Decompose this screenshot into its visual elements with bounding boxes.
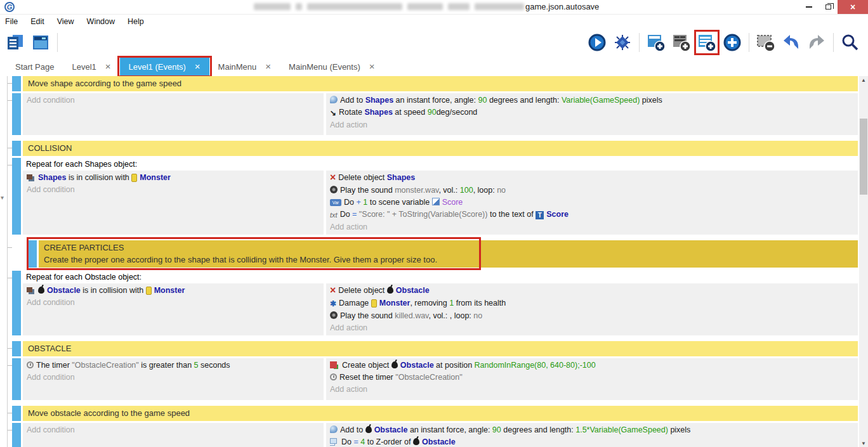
event-handle-bar[interactable]: [12, 358, 21, 400]
condition-line[interactable]: Add condition: [27, 297, 320, 309]
text-object-icon: [536, 211, 544, 219]
event-comment-row[interactable]: CREATE PARTICLESCreate the proper one ac…: [0, 240, 858, 268]
condition-line[interactable]: The timer "ObstacleCreation" is greater …: [27, 360, 320, 372]
tab-mainmenu[interactable]: MainMenu ×: [209, 57, 280, 76]
actions-column[interactable]: Delete object ObstacleDamage Monster, re…: [326, 283, 858, 335]
tab-level1[interactable]: Level1 ×: [63, 57, 119, 76]
conditions-column[interactable]: Add condition: [23, 423, 324, 447]
action-line[interactable]: Add to Obstacle an instant force, angle:…: [330, 424, 854, 436]
search-button[interactable]: [839, 30, 862, 55]
vertical-scrollbar[interactable]: ▲ ▼: [859, 76, 868, 447]
event-handle-bar[interactable]: [12, 158, 21, 235]
event-handle-bar[interactable]: [12, 76, 21, 91]
minimize-button[interactable]: [799, 0, 819, 14]
event-row[interactable]: Repeat for each Shapes object:Shapes is …: [0, 158, 858, 235]
event-row[interactable]: Add conditionAdd to Shapes an instant fo…: [0, 93, 858, 135]
add-source-button[interactable]: [721, 30, 744, 55]
tab-close-icon[interactable]: ×: [195, 63, 201, 70]
action-line[interactable]: Play the sound killed.wav, vol.: , loop:…: [330, 310, 854, 322]
event-comment-row[interactable]: Move obstacle according to the game spee…: [0, 406, 858, 421]
action-line[interactable]: Delete object Shapes: [330, 172, 854, 185]
actions-column[interactable]: Delete object ShapesPlay the sound monst…: [326, 171, 858, 235]
event-handle-bar[interactable]: [12, 423, 21, 447]
actions-column[interactable]: Create object Obstacle at position Rando…: [326, 358, 858, 400]
tab-close-icon[interactable]: ×: [265, 63, 271, 70]
event-comment-row[interactable]: COLLISION: [0, 141, 858, 156]
conditions-column[interactable]: Add condition: [23, 93, 324, 135]
event-handle-bar[interactable]: [28, 240, 37, 268]
comment-block[interactable]: CREATE PARTICLESCreate the proper one ac…: [39, 240, 858, 268]
seg-obj: Obstacle: [47, 286, 81, 295]
condition-line[interactable]: Shapes is in collision with Monster: [27, 172, 320, 184]
action-line[interactable]: Add action: [330, 384, 854, 396]
event-row[interactable]: Add conditionAdd to Obstacle an instant …: [0, 423, 858, 447]
menu-help[interactable]: Help: [128, 17, 144, 26]
action-line[interactable]: Play the sound monster.wav, vol.: 100, l…: [330, 185, 854, 197]
action-line[interactable]: Delete object Obstacle: [330, 285, 854, 297]
actions-column[interactable]: Add to Obstacle an instant force, angle:…: [326, 423, 858, 447]
tab-close-icon[interactable]: ×: [369, 63, 375, 70]
event-comment-row[interactable]: Move shape according to the game speed: [0, 76, 858, 91]
project-manager-button[interactable]: [4, 30, 27, 55]
menu-window[interactable]: Window: [87, 17, 115, 26]
expand-arrow-icon[interactable]: ▾: [1, 194, 4, 201]
conditions-column[interactable]: The timer "ObstacleCreation" is greater …: [23, 358, 324, 400]
scroll-down-icon[interactable]: ▼: [859, 439, 868, 447]
condition-line[interactable]: Add condition: [27, 372, 320, 384]
foreach-header[interactable]: Repeat for each Obstacle object:: [23, 271, 858, 283]
tab-close-icon[interactable]: ×: [105, 63, 111, 70]
action-line[interactable]: Rotate Shapes at speed 90deg/second: [330, 107, 854, 119]
action-line[interactable]: Add to Shapes an instant force, angle: 9…: [330, 94, 854, 107]
action-line[interactable]: Damage Monster, removing 1 from its heal…: [330, 297, 854, 310]
event-handle-bar[interactable]: [12, 406, 21, 421]
add-scene-button[interactable]: [645, 30, 667, 55]
actions-column[interactable]: Add to Shapes an instant force, angle: 9…: [326, 93, 858, 135]
debug-button[interactable]: [611, 30, 634, 55]
event-row[interactable]: Repeat for each Obstacle object:Obstacle…: [0, 271, 858, 335]
comment-block[interactable]: OBSTACLE: [23, 341, 858, 356]
comment-block[interactable]: Move shape according to the game speed: [23, 76, 858, 91]
conditions-column[interactable]: Shapes is in collision with MonsterAdd c…: [23, 171, 324, 235]
tab-level1-events[interactable]: Level1 (Events) ×: [120, 57, 209, 76]
scroll-up-icon[interactable]: ▲: [859, 76, 868, 85]
event-handle-bar[interactable]: [12, 141, 21, 156]
event-body: Add conditionAdd to Obstacle an instant …: [23, 423, 858, 447]
action-line[interactable]: Reset the timer "ObstacleCreation": [330, 372, 854, 384]
event-handle-bar[interactable]: [12, 271, 21, 335]
action-line[interactable]: Add action: [330, 119, 854, 131]
conditions-column[interactable]: Obstacle is in collision with MonsterAdd…: [23, 283, 324, 335]
add-events-button[interactable]: [695, 30, 718, 55]
menu-file[interactable]: File: [5, 17, 18, 26]
condition-line[interactable]: Add condition: [27, 424, 320, 436]
event-row[interactable]: The timer "ObstacleCreation" is greater …: [0, 358, 858, 400]
tab-start-page[interactable]: Start Page: [6, 57, 63, 76]
comment-block[interactable]: Move obstacle according to the game spee…: [23, 406, 858, 421]
action-line[interactable]: Add action: [330, 322, 854, 334]
menu-view[interactable]: View: [57, 17, 74, 26]
menu-edit[interactable]: Edit: [30, 17, 44, 26]
tab-mainmenu-events[interactable]: MainMenu (Events) ×: [280, 57, 383, 76]
action-line[interactable]: Create object Obstacle at position Rando…: [330, 360, 854, 372]
remove-event-button[interactable]: [754, 30, 777, 55]
add-external-events-button[interactable]: [670, 30, 693, 55]
undo-button[interactable]: [780, 30, 803, 55]
event-handle-bar[interactable]: [12, 341, 21, 356]
condition-line[interactable]: Add condition: [27, 94, 320, 107]
redo-button[interactable]: [805, 30, 828, 55]
comment-block[interactable]: COLLISION: [23, 141, 858, 156]
condition-line[interactable]: Obstacle is in collision with Monster: [27, 285, 320, 297]
close-button[interactable]: ×: [838, 0, 868, 14]
condition-line[interactable]: Add condition: [27, 184, 320, 196]
action-line[interactable]: Add action: [330, 221, 854, 233]
action-line[interactable]: Do = "Score: " + ToString(Variable(Score…: [330, 209, 854, 221]
play-button[interactable]: [586, 30, 608, 55]
action-line[interactable]: Do = 4 to Z-order of Obstacle: [330, 436, 854, 447]
scrollbar-thumb[interactable]: [860, 119, 867, 195]
event-comment-row[interactable]: OBSTACLE: [0, 341, 858, 356]
foreach-header[interactable]: Repeat for each Shapes object:: [23, 158, 858, 171]
restore-button[interactable]: [819, 0, 838, 14]
start-page-button[interactable]: [29, 30, 52, 55]
action-line[interactable]: Do + 1 to scene variable Score: [330, 197, 854, 209]
minimize-icon: [806, 6, 812, 8]
event-handle-bar[interactable]: [12, 93, 21, 135]
